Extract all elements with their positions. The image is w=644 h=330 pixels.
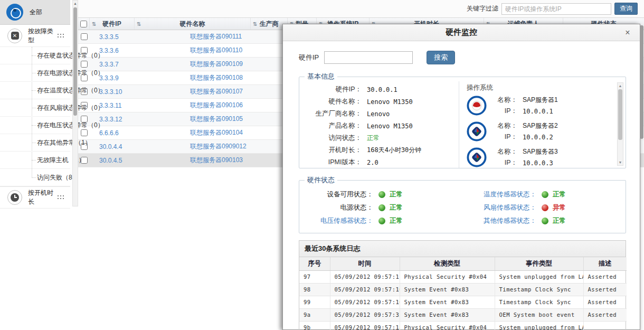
- fault-type-icon: ✕: [7, 29, 22, 43]
- scrollbar-down-arrow[interactable]: ▼: [618, 159, 623, 165]
- hardware-ip-link[interactable]: 30.0.4.5: [99, 157, 122, 164]
- scrollbar-up-arrow[interactable]: ▲: [73, 1, 78, 7]
- hardware-status-section: 硬件状态 设备可用状态： 正常 电源状态： 正常: [299, 175, 626, 233]
- sort-updown-icon[interactable]: ⇅: [137, 21, 141, 27]
- temperature-sensor-link[interactable]: 温度传感器状态：: [462, 190, 536, 199]
- sidebar-item-all[interactable]: 全部: [0, 0, 70, 25]
- col-header-hardware-name[interactable]: ⇅ 硬件名称: [135, 18, 251, 30]
- os-ip: 10.0.0.3: [523, 159, 553, 167]
- sidebar-group-fault-type[interactable]: ✕ 按故障类型: [0, 25, 70, 47]
- modal-title: 硬件监控: [446, 27, 477, 37]
- vendor-name-value: Lenovo: [367, 110, 390, 118]
- menu-dots-icon[interactable]: [58, 34, 64, 38]
- hardware-name-link[interactable]: 联想服务器090111: [190, 32, 242, 41]
- menu-dots-icon[interactable]: [58, 195, 64, 200]
- os-name: SAP服务器2: [523, 121, 558, 130]
- log-row: 9b05/09/2012 09:57:18 Physical Security …: [299, 321, 627, 330]
- hardware-name-link[interactable]: 联想服务器090110: [190, 46, 242, 55]
- search-button[interactable]: 搜索: [427, 51, 455, 64]
- scrollbar-up-arrow[interactable]: ▲: [618, 83, 623, 89]
- sidebar-group-uptime[interactable]: 按开机时长: [0, 186, 70, 209]
- status-column-right: 温度传感器状态： 正常 风扇传感器状态： 异常 其他传感器状态：: [462, 188, 626, 228]
- uptime-value: 168天4小时30分钟: [367, 146, 421, 155]
- hardware-ip-link[interactable]: 30.0.4.4: [99, 143, 122, 150]
- row-checkbox[interactable]: [81, 33, 88, 40]
- hardware-ip-link[interactable]: 3.3.3.5: [99, 33, 119, 41]
- sidebar-item-voltage-abnormal[interactable]: 存在电压状态异常（0）: [0, 117, 70, 134]
- hardware-name-link[interactable]: 联想服务器090108: [190, 73, 243, 82]
- basic-info-section: 基本信息 硬件IP：30.0.0.1 硬件名称：Lenovo M1350 生产厂…: [299, 72, 626, 168]
- os-entry: 名称：SAP服务器3 IP：10.0.0.3: [467, 146, 614, 168]
- green-status-dot: [378, 191, 385, 198]
- ipmi-version-value: 2.0: [367, 159, 378, 166]
- sidebar-item-other-abnormal[interactable]: 存在其他异常（1）: [0, 134, 70, 152]
- system-log-section: 最近30条系统日志 序号 时间 检测类型 事件类型 描述: [299, 240, 626, 330]
- os-ip: 10.0.0.1: [523, 108, 553, 115]
- basic-info-legend: 基本信息: [305, 72, 337, 81]
- log-col-event: 事件类型: [495, 257, 583, 270]
- hardware-name-link[interactable]: 联想服务器090107: [190, 87, 243, 96]
- hardware-ip-value: 30.0.0.1: [367, 86, 397, 93]
- system-log-title: 最近30条系统日志: [299, 241, 626, 257]
- fault-type-children: 存在硬盘状态异常（0） 存在电源状态异常（0） 存在温度状态异常（0） 存在风扇…: [0, 47, 70, 186]
- scrollbar-thumb[interactable]: [73, 7, 77, 116]
- sidebar-item-no-fault-host[interactable]: 无故障主机（1）: [0, 152, 70, 169]
- uptime-group-label: 按开机时长: [28, 188, 58, 206]
- modal-body: 硬件IP 搜索 基本信息 硬件IP：30.0.0.1 硬件名称：Lenovo M…: [283, 41, 640, 330]
- keyword-filter-input[interactable]: [501, 3, 611, 15]
- sort-updown-icon[interactable]: ⇅: [92, 21, 96, 27]
- keyword-filter-label: 关键字过滤: [467, 4, 498, 13]
- green-status-dot: [378, 218, 385, 224]
- status-item-other-sensor: 其他传感器状态： 正常: [462, 214, 626, 228]
- query-button[interactable]: 查询: [614, 3, 638, 15]
- log-row: 9705/09/2012 09:57:11 Physical Security …: [299, 270, 627, 283]
- hardware-name-link[interactable]: 联想服务器0909012: [190, 142, 247, 151]
- hardware-name-link[interactable]: 联想服务器090106: [190, 101, 243, 110]
- scrollbar-thumb[interactable]: [618, 89, 622, 140]
- sidebar-item-power-abnormal[interactable]: 存在电源状态异常（0）: [0, 64, 70, 82]
- col-header-hardware-ip[interactable]: ⇅ 硬件IP: [90, 18, 135, 30]
- os-diamond-icon: [467, 121, 487, 142]
- target-icon: [6, 4, 23, 21]
- os-ip: 10.0.0.2: [523, 134, 553, 141]
- hardware-monitor-modal: 硬件监控 × 硬件IP 搜索 基本信息 硬件IP：30.0.0.1 硬件名称：L…: [282, 24, 640, 330]
- hardware-name-link[interactable]: 联想服务器090105: [190, 115, 243, 124]
- hardware-name-link[interactable]: 联想服务器090103: [190, 156, 243, 165]
- red-status-dot: [542, 204, 548, 211]
- log-col-detect: 检测类型: [400, 257, 495, 270]
- close-icon[interactable]: ×: [623, 28, 632, 37]
- log-col-seq: 序号: [299, 257, 330, 270]
- sort-updown-icon[interactable]: ⇅: [253, 21, 257, 27]
- status-item-power: 电源状态： 正常: [299, 201, 462, 214]
- select-all-checkbox[interactable]: [80, 21, 87, 27]
- page-scrollbar-thumb[interactable]: [640, 25, 643, 139]
- redhat-os-icon: [467, 96, 487, 116]
- os-name: SAP服务器3: [523, 147, 558, 156]
- hardware-name-link[interactable]: 联想服务器090104: [190, 128, 243, 137]
- modal-header: 硬件监控 ×: [283, 24, 640, 41]
- status-item-device-available: 设备可用状态： 正常: [299, 188, 462, 201]
- modal-search-row: 硬件IP 搜索: [299, 51, 625, 64]
- green-status-dot: [542, 218, 548, 224]
- sidebar-item-disk-abnormal[interactable]: 存在硬盘状态异常（0）: [0, 47, 70, 64]
- log-col-desc: 描述: [583, 257, 627, 270]
- sidebar-all-label: 全部: [30, 8, 42, 17]
- sidebar-item-fan-abnormal[interactable]: 存在风扇状态异常（0）: [0, 99, 70, 117]
- system-log-table: 序号 时间 检测类型 事件类型 描述 9705/09/2012 09:57:11…: [299, 257, 627, 330]
- sidebar-item-temp-abnormal[interactable]: 存在温度状态异常（0）: [0, 82, 70, 99]
- sidebar-scrollbar[interactable]: ▲: [72, 0, 78, 206]
- other-sensor-link[interactable]: 其他传感器状态：: [462, 216, 536, 225]
- log-col-time: 时间: [330, 257, 400, 270]
- hardware-ip-search-input[interactable]: [324, 51, 413, 64]
- fault-group-label: 按故障类型: [28, 27, 58, 45]
- fan-sensor-link[interactable]: 风扇传感器状态：: [462, 203, 536, 212]
- status-column-left: 设备可用状态： 正常 电源状态： 正常 电压传感器状态： 正常: [299, 188, 462, 228]
- status-item-voltage-sensor: 电压传感器状态： 正常: [299, 214, 462, 228]
- os-panel-scrollbar[interactable]: ▲ ▼: [617, 82, 623, 166]
- voltage-sensor-link[interactable]: 电压传感器状态：: [299, 216, 373, 225]
- status-item-temperature-sensor: 温度传感器状态： 正常: [462, 188, 626, 201]
- sidebar-item-access-failed[interactable]: 访问失败（8）: [0, 169, 70, 186]
- os-diamond-icon: [467, 147, 487, 167]
- hardware-name-link[interactable]: 联想服务器090109: [190, 60, 243, 69]
- hardware-ip-search-label: 硬件IP: [299, 53, 319, 62]
